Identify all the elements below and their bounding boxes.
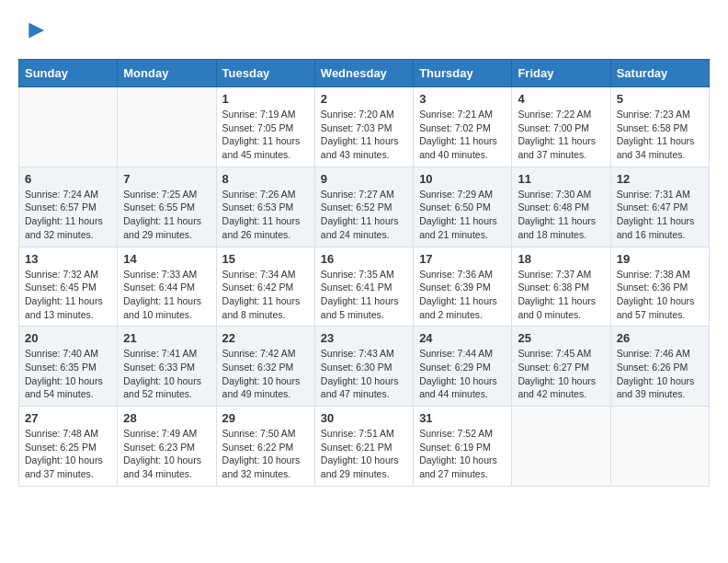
cell-content: Sunrise: 7:37 AM Sunset: 6:38 PM Dayligh… [518, 268, 604, 322]
day-number: 10 [419, 172, 506, 186]
cell-content: Sunrise: 7:45 AM Sunset: 6:27 PM Dayligh… [518, 347, 604, 401]
calendar-week-row: 20Sunrise: 7:40 AM Sunset: 6:35 PM Dayli… [19, 327, 710, 407]
day-number: 6 [25, 172, 111, 186]
calendar-cell: 4Sunrise: 7:22 AM Sunset: 7:00 PM Daylig… [512, 87, 610, 167]
calendar-cell [19, 87, 118, 167]
calendar-week-row: 13Sunrise: 7:32 AM Sunset: 6:45 PM Dayli… [19, 247, 710, 327]
calendar-cell: 8Sunrise: 7:26 AM Sunset: 6:53 PM Daylig… [216, 167, 314, 247]
cell-content: Sunrise: 7:46 AM Sunset: 6:26 PM Dayligh… [617, 347, 703, 401]
page-header [18, 18, 710, 44]
calendar-cell [610, 407, 709, 487]
cell-content: Sunrise: 7:26 AM Sunset: 6:53 PM Dayligh… [222, 188, 309, 242]
day-number: 7 [123, 172, 210, 186]
calendar-cell [512, 407, 610, 487]
calendar-cell: 31Sunrise: 7:52 AM Sunset: 6:19 PM Dayli… [414, 407, 512, 487]
day-number: 15 [222, 252, 309, 266]
day-number: 29 [222, 411, 309, 425]
calendar-cell: 6Sunrise: 7:24 AM Sunset: 6:57 PM Daylig… [19, 167, 118, 247]
day-number: 24 [419, 331, 506, 345]
calendar-cell: 28Sunrise: 7:49 AM Sunset: 6:23 PM Dayli… [118, 407, 216, 487]
calendar-cell: 27Sunrise: 7:48 AM Sunset: 6:25 PM Dayli… [19, 407, 118, 487]
cell-content: Sunrise: 7:30 AM Sunset: 6:48 PM Dayligh… [518, 188, 604, 242]
day-number: 2 [321, 92, 407, 106]
calendar-cell: 13Sunrise: 7:32 AM Sunset: 6:45 PM Dayli… [19, 247, 118, 327]
day-number: 12 [617, 172, 703, 186]
day-number: 25 [518, 331, 604, 345]
day-number: 11 [518, 172, 604, 186]
day-number: 27 [25, 411, 111, 425]
calendar-cell: 5Sunrise: 7:23 AM Sunset: 6:58 PM Daylig… [610, 87, 709, 167]
cell-content: Sunrise: 7:50 AM Sunset: 6:22 PM Dayligh… [222, 427, 309, 481]
cell-content: Sunrise: 7:23 AM Sunset: 6:58 PM Dayligh… [617, 108, 703, 162]
calendar-cell: 15Sunrise: 7:34 AM Sunset: 6:42 PM Dayli… [216, 247, 314, 327]
calendar-cell: 21Sunrise: 7:41 AM Sunset: 6:33 PM Dayli… [118, 327, 216, 407]
calendar-cell: 19Sunrise: 7:38 AM Sunset: 6:36 PM Dayli… [610, 247, 709, 327]
cell-content: Sunrise: 7:19 AM Sunset: 7:05 PM Dayligh… [222, 108, 309, 162]
calendar-cell: 17Sunrise: 7:36 AM Sunset: 6:39 PM Dayli… [414, 247, 512, 327]
cell-content: Sunrise: 7:24 AM Sunset: 6:57 PM Dayligh… [25, 188, 111, 242]
weekday-header: Sunday [19, 60, 118, 87]
cell-content: Sunrise: 7:35 AM Sunset: 6:41 PM Dayligh… [321, 268, 407, 322]
cell-content: Sunrise: 7:32 AM Sunset: 6:45 PM Dayligh… [25, 268, 111, 322]
calendar-week-row: 1Sunrise: 7:19 AM Sunset: 7:05 PM Daylig… [19, 87, 710, 167]
calendar-cell: 3Sunrise: 7:21 AM Sunset: 7:02 PM Daylig… [414, 87, 512, 167]
cell-content: Sunrise: 7:52 AM Sunset: 6:19 PM Dayligh… [419, 427, 506, 481]
logo [18, 18, 46, 44]
cell-content: Sunrise: 7:29 AM Sunset: 6:50 PM Dayligh… [419, 188, 506, 242]
calendar-cell: 9Sunrise: 7:27 AM Sunset: 6:52 PM Daylig… [314, 167, 413, 247]
cell-content: Sunrise: 7:48 AM Sunset: 6:25 PM Dayligh… [25, 427, 111, 481]
day-number: 4 [518, 92, 604, 106]
cell-content: Sunrise: 7:51 AM Sunset: 6:21 PM Dayligh… [321, 427, 407, 481]
day-number: 14 [123, 252, 210, 266]
calendar-cell: 14Sunrise: 7:33 AM Sunset: 6:44 PM Dayli… [118, 247, 216, 327]
cell-content: Sunrise: 7:49 AM Sunset: 6:23 PM Dayligh… [123, 427, 210, 481]
cell-content: Sunrise: 7:31 AM Sunset: 6:47 PM Dayligh… [617, 188, 703, 242]
calendar-cell: 10Sunrise: 7:29 AM Sunset: 6:50 PM Dayli… [414, 167, 512, 247]
calendar-cell: 1Sunrise: 7:19 AM Sunset: 7:05 PM Daylig… [216, 87, 314, 167]
day-number: 21 [123, 331, 210, 345]
cell-content: Sunrise: 7:27 AM Sunset: 6:52 PM Dayligh… [321, 188, 407, 242]
calendar-week-row: 6Sunrise: 7:24 AM Sunset: 6:57 PM Daylig… [19, 167, 710, 247]
calendar-cell: 16Sunrise: 7:35 AM Sunset: 6:41 PM Dayli… [314, 247, 413, 327]
day-number: 1 [222, 92, 309, 106]
cell-content: Sunrise: 7:34 AM Sunset: 6:42 PM Dayligh… [222, 268, 309, 322]
day-number: 31 [419, 411, 506, 425]
day-number: 20 [25, 331, 111, 345]
calendar-cell: 2Sunrise: 7:20 AM Sunset: 7:03 PM Daylig… [314, 87, 413, 167]
calendar-cell: 7Sunrise: 7:25 AM Sunset: 6:55 PM Daylig… [118, 167, 216, 247]
cell-content: Sunrise: 7:21 AM Sunset: 7:02 PM Dayligh… [419, 108, 506, 162]
cell-content: Sunrise: 7:42 AM Sunset: 6:32 PM Dayligh… [222, 347, 309, 401]
calendar-week-row: 27Sunrise: 7:48 AM Sunset: 6:25 PM Dayli… [19, 407, 710, 487]
day-number: 18 [518, 252, 604, 266]
calendar-cell: 24Sunrise: 7:44 AM Sunset: 6:29 PM Dayli… [414, 327, 512, 407]
day-number: 8 [222, 172, 309, 186]
calendar-cell: 22Sunrise: 7:42 AM Sunset: 6:32 PM Dayli… [216, 327, 314, 407]
cell-content: Sunrise: 7:36 AM Sunset: 6:39 PM Dayligh… [419, 268, 506, 322]
cell-content: Sunrise: 7:44 AM Sunset: 6:29 PM Dayligh… [419, 347, 506, 401]
cell-content: Sunrise: 7:43 AM Sunset: 6:30 PM Dayligh… [321, 347, 407, 401]
calendar-cell: 23Sunrise: 7:43 AM Sunset: 6:30 PM Dayli… [314, 327, 413, 407]
calendar-cell: 20Sunrise: 7:40 AM Sunset: 6:35 PM Dayli… [19, 327, 118, 407]
calendar-cell: 30Sunrise: 7:51 AM Sunset: 6:21 PM Dayli… [314, 407, 413, 487]
day-number: 23 [321, 331, 407, 345]
calendar-header-row: SundayMondayTuesdayWednesdayThursdayFrid… [19, 60, 710, 87]
cell-content: Sunrise: 7:40 AM Sunset: 6:35 PM Dayligh… [25, 347, 111, 401]
day-number: 5 [617, 92, 703, 106]
weekday-header: Tuesday [216, 60, 314, 87]
weekday-header: Monday [118, 60, 216, 87]
day-number: 17 [419, 252, 506, 266]
calendar-cell: 26Sunrise: 7:46 AM Sunset: 6:26 PM Dayli… [610, 327, 709, 407]
day-number: 3 [419, 92, 506, 106]
day-number: 26 [617, 331, 703, 345]
calendar-cell: 29Sunrise: 7:50 AM Sunset: 6:22 PM Dayli… [216, 407, 314, 487]
weekday-header: Friday [512, 60, 610, 87]
day-number: 19 [617, 252, 703, 266]
logo-icon [20, 18, 46, 44]
cell-content: Sunrise: 7:41 AM Sunset: 6:33 PM Dayligh… [123, 347, 210, 401]
day-number: 16 [321, 252, 407, 266]
cell-content: Sunrise: 7:25 AM Sunset: 6:55 PM Dayligh… [123, 188, 210, 242]
cell-content: Sunrise: 7:20 AM Sunset: 7:03 PM Dayligh… [321, 108, 407, 162]
day-number: 22 [222, 331, 309, 345]
cell-content: Sunrise: 7:38 AM Sunset: 6:36 PM Dayligh… [617, 268, 703, 322]
calendar-table: SundayMondayTuesdayWednesdayThursdayFrid… [18, 59, 710, 487]
